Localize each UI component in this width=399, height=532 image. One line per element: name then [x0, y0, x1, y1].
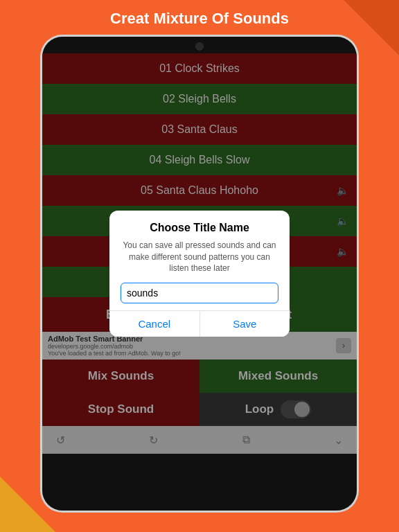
page-title: Creat Mixture Of Sounds — [0, 0, 399, 35]
modal-overlay: Choose Title Name You can save all press… — [42, 37, 357, 511]
modal-save-button[interactable]: Save — [200, 311, 290, 337]
modal-title-input[interactable] — [121, 283, 278, 303]
modal-title: Choose Title Name — [121, 222, 278, 234]
modal-buttons: Cancel Save — [109, 310, 290, 337]
phone-frame: 01 Clock Strikes 02 Sleigh Bells 03 Sant… — [40, 35, 359, 513]
modal-cancel-button[interactable]: Cancel — [109, 311, 200, 337]
modal-dialog: Choose Title Name You can save all press… — [109, 211, 290, 337]
modal-description: You can save all pressed sounds and can … — [121, 240, 278, 274]
